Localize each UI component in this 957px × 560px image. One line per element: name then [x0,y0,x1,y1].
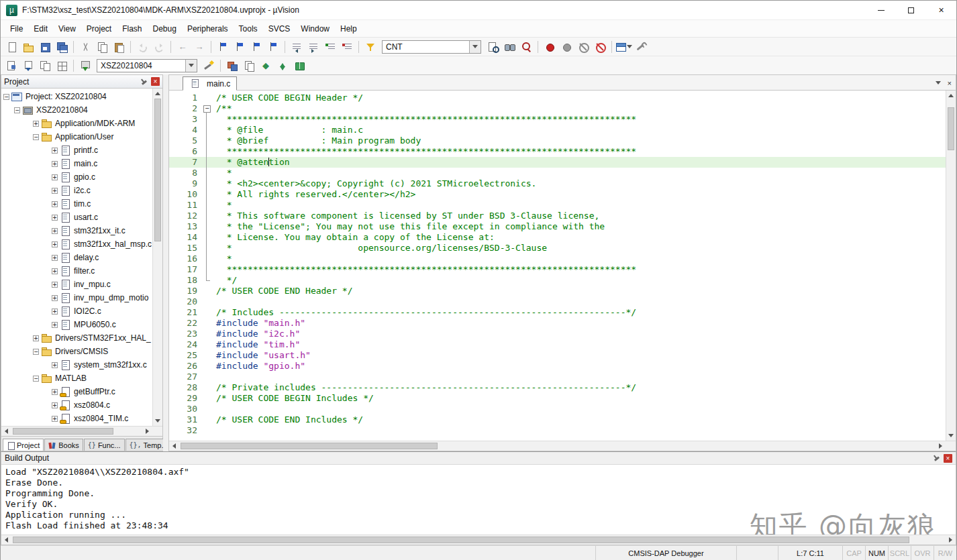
scroll-left-button[interactable] [1,427,11,436]
tree-item[interactable]: xsz0804_TIM.c [1,412,152,425]
expand-icon[interactable] [52,362,58,368]
expand-icon[interactable] [52,228,58,234]
tab-books[interactable]: Books [44,439,83,451]
build-output-content[interactable]: Load "XSZ20210804\\XSZ20210804.axf"Erase… [1,465,956,535]
scroll-right-button[interactable] [936,441,946,451]
tree-item[interactable]: usart.c [1,211,152,224]
editor-vertical-scrollbar[interactable] [946,91,956,441]
code-line[interactable]: 12 * This software component is licensed… [169,211,946,221]
tab-project[interactable]: Project [3,439,44,451]
tab-list-button[interactable] [936,81,941,87]
toggle-bookmark-button[interactable] [215,39,231,55]
scrollbar-track[interactable] [946,101,956,431]
menu-peripherals[interactable]: Peripherals [182,21,234,37]
code-line[interactable]: 18 */ [169,275,946,286]
comment-button[interactable] [322,39,338,55]
collapse-icon[interactable] [14,107,20,113]
tree-item[interactable]: filter.c [1,264,152,278]
tab-func[interactable]: {}Func... [84,439,125,451]
scrollbar-thumb[interactable] [948,107,954,150]
start-stop-debug-button[interactable]: ◆ [258,58,274,74]
save-button[interactable] [37,39,53,55]
disable-all-breakpoints-button[interactable] [575,39,591,55]
code-line[interactable]: 13 * the "License"; You may not use this… [169,221,946,232]
filter-button[interactable] [362,39,379,55]
menu-debug[interactable]: Debug [148,21,182,37]
code-line[interactable]: 28/* Private includes ------------------… [169,382,946,393]
code-line[interactable]: 22#include "main.h" [169,318,946,329]
expand-icon[interactable] [52,389,58,395]
menu-flash[interactable]: Flash [117,21,147,37]
target-select-combo[interactable]: XSZ20210804 [97,59,197,72]
expand-icon[interactable] [52,201,58,207]
code-line[interactable]: 32 [169,425,946,436]
scroll-up-button[interactable] [946,91,956,101]
code-editor[interactable]: 1/* USER CODE BEGIN Header */2/**3 *****… [169,91,956,441]
build-button[interactable] [20,58,36,74]
tree-item[interactable]: inv_mpu_dmp_motio [1,291,152,304]
tree-item[interactable]: Project: XSZ20210804 [1,90,152,103]
tree-item[interactable]: Application/MDK-ARM [1,117,152,130]
scroll-left-button[interactable] [1,535,11,545]
close-project-panel-button[interactable]: × [151,77,160,86]
scroll-left-button[interactable] [169,441,179,451]
menu-tools[interactable]: Tools [234,21,263,37]
code-line[interactable]: 5 * @brief : Main program body [169,135,946,146]
tree-item[interactable]: xsz0804.c [1,398,152,412]
scroll-down-button[interactable] [946,431,956,441]
manage-books-button[interactable] [291,58,307,74]
open-file-button[interactable] [20,39,36,55]
expand-icon[interactable] [52,174,58,180]
close-output-button[interactable]: × [944,454,952,463]
expand-icon[interactable] [52,148,58,154]
find-in-files-button[interactable] [485,39,501,55]
code-line[interactable]: 24#include "tim.h" [169,339,946,350]
code-line[interactable]: 29/* USER CODE BEGIN Includes */ [169,393,946,404]
manage-project-items-button[interactable] [224,58,240,74]
copy-button[interactable] [94,39,110,55]
menu-edit[interactable]: Edit [28,21,53,37]
expand-icon[interactable] [33,121,39,127]
editor-tab-main-c[interactable]: main.c [183,76,237,91]
menu-project[interactable]: Project [81,21,117,37]
code-line[interactable]: 6 **************************************… [169,146,946,157]
pin-icon[interactable] [931,453,942,464]
code-line[interactable]: 25#include "usart.h" [169,350,946,361]
tree-vertical-scrollbar[interactable] [152,89,162,426]
insert-breakpoint-button[interactable] [542,39,558,55]
scrollbar-track[interactable] [153,99,162,416]
code-line[interactable]: 31/* USER CODE END Includes */ [169,414,946,425]
find-button[interactable] [518,39,534,55]
tree-item[interactable]: gpio.c [1,170,152,184]
tree-item[interactable]: getBuffPtr.c [1,385,152,398]
options-for-target-button[interactable] [201,58,217,74]
expand-icon[interactable] [52,268,58,274]
code-line[interactable]: 10 * All rights reserved.</center></h2> [169,189,946,200]
editor-horizontal-scrollbar[interactable] [169,441,956,451]
scrollbar-track[interactable] [11,427,142,436]
clear-bookmarks-button[interactable] [265,39,281,55]
tree-item[interactable]: Application/User [1,130,152,144]
combo-dropdown-button[interactable] [469,41,481,53]
code-line[interactable]: 1/* USER CODE BEGIN Header */ [169,93,946,103]
code-line[interactable]: 15 * opensource.org/licenses/BSD-3-Claus… [169,243,946,254]
tree-horizontal-scrollbar[interactable] [1,426,162,436]
scroll-up-button[interactable] [153,89,162,99]
tree-item[interactable]: MPU6050.c [1,318,152,331]
code-line[interactable]: 7 * @attention [169,157,946,168]
update-windows-button[interactable] [274,58,291,74]
configure-tools-button[interactable] [632,39,648,55]
prev-bookmark-button[interactable] [232,39,248,55]
indent-button[interactable] [305,39,321,55]
code-line[interactable]: 20 [169,296,946,307]
tree-item[interactable]: tim.c [1,197,152,211]
scrollbar-track[interactable] [11,535,946,545]
combo-dropdown-button[interactable] [185,60,197,72]
close-file-button[interactable]: × [948,79,952,87]
expand-icon[interactable] [52,282,58,288]
collapse-icon[interactable] [33,134,39,140]
tree-item[interactable]: i2c.c [1,184,152,197]
scroll-down-button[interactable] [153,416,162,426]
tree-item[interactable]: XSZ20210804 [1,103,152,117]
expand-icon[interactable] [52,188,58,194]
